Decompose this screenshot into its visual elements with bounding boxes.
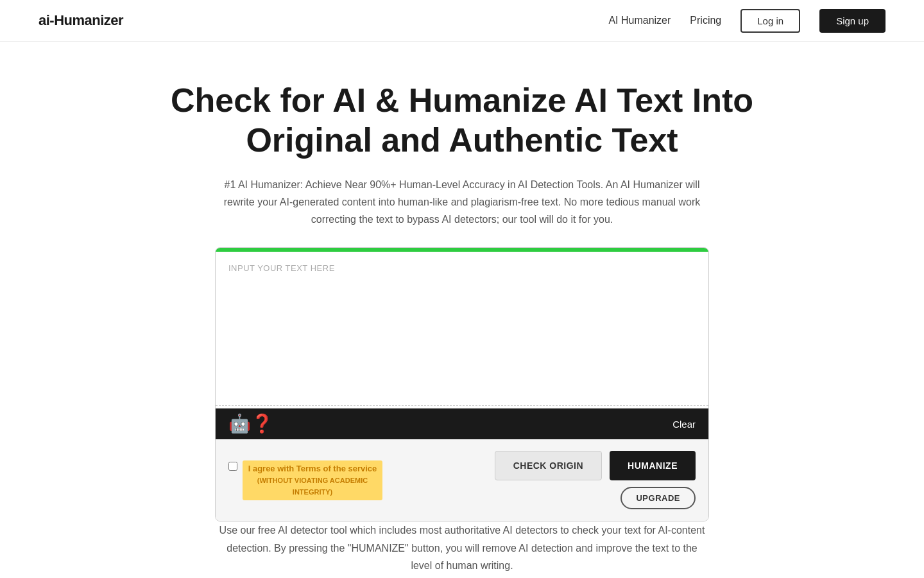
action-row: I agree with Terms of the service (WITHO… xyxy=(216,439,708,521)
clear-button[interactable]: Clear xyxy=(672,419,696,430)
nav-link-pricing[interactable]: Pricing xyxy=(690,15,721,26)
tool-container: 🤖❓ Clear I agree with Terms of the servi… xyxy=(215,247,709,521)
logo: ai-Humanizer xyxy=(38,12,123,29)
navbar: ai-Humanizer AI Humanizer Pricing Log in… xyxy=(0,0,924,42)
nav-link-humanizer[interactable]: AI Humanizer xyxy=(608,15,671,26)
terms-text: I agree with Terms of the service (WITHO… xyxy=(243,460,382,501)
hero-description: #1 AI Humanizer: Achieve Near 90%+ Human… xyxy=(218,176,706,229)
btn-row: CHECK ORIGIN HUMANIZE xyxy=(495,451,696,480)
signup-button[interactable]: Sign up xyxy=(819,9,886,33)
humanize-button[interactable]: HUMANIZE xyxy=(610,451,696,480)
terms-label[interactable]: I agree with Terms of the service (WITHO… xyxy=(228,460,382,501)
text-input[interactable] xyxy=(216,252,708,406)
mascot-icon: 🤖❓ xyxy=(228,415,273,433)
action-buttons: CHECK ORIGIN HUMANIZE UPGRADE xyxy=(495,451,696,509)
check-origin-button[interactable]: CHECK ORIGIN xyxy=(495,451,602,480)
login-button[interactable]: Log in xyxy=(740,9,800,33)
upgrade-button[interactable]: UPGRADE xyxy=(620,487,696,509)
terms-checkbox[interactable] xyxy=(228,462,237,471)
hero-title: Check for AI & Humanize AI Text Into Ori… xyxy=(13,80,911,161)
hero-section: Check for AI & Humanize AI Text Into Ori… xyxy=(0,42,924,578)
nav-right: AI Humanizer Pricing Log in Sign up xyxy=(608,9,886,33)
bottom-bar: 🤖❓ Clear xyxy=(216,408,708,439)
footer-description: Use our free AI detector tool which incl… xyxy=(218,521,706,578)
textarea-area xyxy=(216,252,708,408)
